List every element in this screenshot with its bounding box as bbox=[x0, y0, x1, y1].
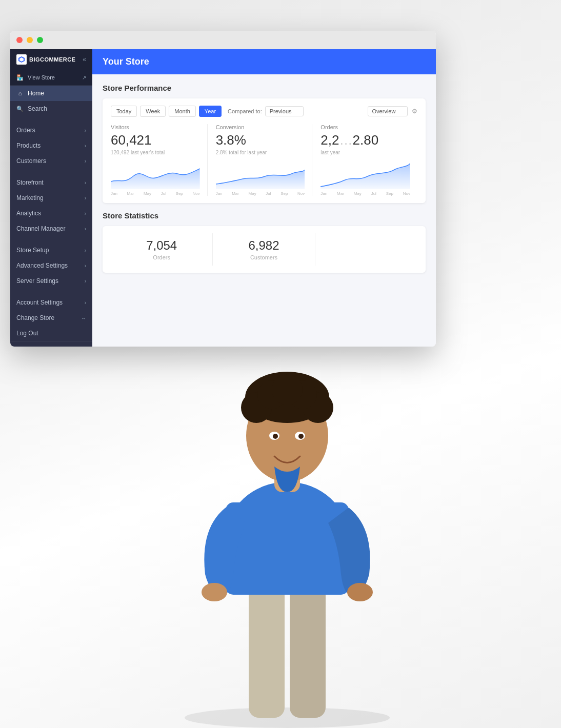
storefront-arrow-icon: › bbox=[85, 180, 86, 186]
browser-chrome bbox=[10, 31, 436, 49]
server-settings-label: Server Settings bbox=[16, 277, 58, 285]
conversion-sub: 2.8% total for last year bbox=[216, 150, 305, 155]
analytics-label: Analytics bbox=[16, 210, 41, 217]
overview-select-wrapper: Overview ⚙ bbox=[368, 106, 417, 116]
products-arrow-icon: › bbox=[85, 143, 86, 149]
sidebar-item-orders[interactable]: Orders › bbox=[10, 123, 92, 138]
account-settings-label: Account Settings bbox=[16, 299, 63, 306]
channel-manager-arrow-icon: › bbox=[85, 226, 86, 232]
stat-orders: 7,054 Orders bbox=[111, 233, 213, 266]
compared-to-label: Compared to: bbox=[228, 108, 262, 114]
products-label: Products bbox=[16, 142, 41, 149]
visitors-chart bbox=[111, 158, 200, 189]
sidebar-item-change-store[interactable]: Change Store ↔ bbox=[10, 310, 92, 326]
help-label[interactable]: Help bbox=[16, 346, 86, 347]
metric-visitors: Visitors 60,421 120,492 last year's tota… bbox=[111, 124, 208, 196]
svg-point-19 bbox=[298, 434, 304, 439]
marketing-label: Marketing bbox=[16, 194, 44, 201]
stat-customers: 6,982 Customers bbox=[213, 233, 315, 266]
browser-dot-red[interactable] bbox=[16, 37, 23, 43]
page-title: Your Store bbox=[103, 56, 426, 67]
person-image bbox=[144, 308, 431, 728]
settings-icon[interactable]: ⚙ bbox=[412, 108, 417, 115]
sidebar-collapse-button[interactable]: « bbox=[83, 56, 86, 63]
sidebar-item-marketing[interactable]: Marketing › bbox=[10, 190, 92, 206]
logo-area: BIGCOMMERCE bbox=[16, 54, 75, 65]
svg-point-20 bbox=[202, 583, 227, 601]
svg-point-2 bbox=[185, 707, 390, 728]
advanced-settings-arrow-icon: › bbox=[85, 263, 86, 269]
stat-third bbox=[315, 233, 417, 266]
orders-value: 2,2…2.80 bbox=[320, 132, 410, 148]
statistics-card: 7,054 Orders 6,982 Customers bbox=[103, 226, 426, 273]
orders-chart bbox=[320, 158, 410, 189]
home-label: Home bbox=[28, 90, 44, 97]
metric-orders: Orders 2,2…2.80 last year bbox=[320, 124, 417, 196]
filter-week[interactable]: Week bbox=[140, 106, 166, 117]
stat-orders-label: Orders bbox=[111, 254, 212, 260]
sidebar-item-log-out[interactable]: Log Out bbox=[10, 326, 92, 341]
orders-label: Orders bbox=[320, 124, 410, 130]
external-link-icon: ↗ bbox=[82, 75, 86, 80]
filter-today[interactable]: Today bbox=[111, 106, 137, 117]
svg-rect-7 bbox=[226, 502, 349, 595]
orders-value2: 2.80 bbox=[352, 132, 378, 148]
performance-card: Today Week Month Year Compared to: Previ… bbox=[103, 98, 426, 203]
account-settings-arrow-icon: › bbox=[85, 300, 86, 306]
sidebar-header: BIGCOMMERCE « bbox=[10, 49, 92, 70]
browser-dot-yellow[interactable] bbox=[27, 37, 33, 43]
stats-row: 7,054 Orders 6,982 Customers bbox=[111, 233, 417, 266]
filter-year[interactable]: Year bbox=[199, 106, 222, 117]
customers-label: Customers bbox=[16, 157, 46, 165]
conversion-label: Conversion bbox=[216, 124, 305, 130]
sidebar-item-home[interactable]: ⌂ Home bbox=[10, 86, 92, 101]
stat-customers-value: 6,982 bbox=[213, 238, 314, 253]
metrics-row: Visitors 60,421 120,492 last year's tota… bbox=[111, 124, 417, 196]
statistics-section-title: Store Statistics bbox=[103, 211, 426, 220]
home-icon: ⌂ bbox=[16, 90, 24, 97]
sidebar-item-storefront[interactable]: Storefront › bbox=[10, 175, 92, 190]
stat-orders-value: 7,054 bbox=[111, 238, 212, 253]
svg-point-17 bbox=[273, 434, 278, 439]
main-content: Your Store Store Performance Today Week … bbox=[92, 49, 436, 347]
change-store-label: Change Store bbox=[16, 314, 54, 321]
svg-rect-3 bbox=[249, 584, 285, 718]
sidebar-item-products[interactable]: Products › bbox=[10, 138, 92, 153]
bigcommerce-logo-icon bbox=[16, 54, 27, 65]
log-out-label: Log Out bbox=[16, 330, 38, 337]
conversion-value: 3.8% bbox=[216, 132, 305, 148]
view-store-link[interactable]: 🏪 View Store ↗ bbox=[10, 70, 92, 86]
marketing-arrow-icon: › bbox=[85, 195, 86, 201]
filter-month[interactable]: Month bbox=[169, 106, 196, 117]
conversion-chart-axis: Jan Mar May Jul Sep Nov bbox=[216, 191, 305, 196]
sidebar-item-channel-manager[interactable]: Channel Manager › bbox=[10, 221, 92, 236]
browser-window: BIGCOMMERCE « 🏪 View Store ↗ ⌂ Home 🔍 Se… bbox=[10, 31, 436, 347]
customers-arrow-icon: › bbox=[85, 158, 86, 164]
metric-conversion: Conversion 3.8% 2.8% total for last year bbox=[216, 124, 313, 196]
visitors-sub: 120,492 last year's total bbox=[111, 150, 200, 155]
content-area: Store Performance Today Week Month Year … bbox=[92, 74, 436, 282]
orders-chart-axis: Jan Mar May Jul Sep Nov bbox=[320, 191, 410, 196]
sidebar-item-customers[interactable]: Customers › bbox=[10, 153, 92, 169]
sidebar-item-search[interactable]: 🔍 Search bbox=[10, 101, 92, 116]
page-header: Your Store bbox=[92, 49, 436, 74]
sidebar: BIGCOMMERCE « 🏪 View Store ↗ ⌂ Home 🔍 Se… bbox=[10, 49, 92, 347]
app-layout: BIGCOMMERCE « 🏪 View Store ↗ ⌂ Home 🔍 Se… bbox=[10, 49, 436, 347]
sidebar-item-account-settings[interactable]: Account Settings › bbox=[10, 295, 92, 310]
svg-point-21 bbox=[347, 583, 373, 601]
sidebar-item-analytics[interactable]: Analytics › bbox=[10, 206, 92, 221]
compared-to-select[interactable]: Previous bbox=[265, 106, 304, 116]
change-store-icon: ↔ bbox=[81, 315, 86, 321]
svg-point-15 bbox=[272, 374, 303, 405]
browser-dot-green[interactable] bbox=[37, 37, 43, 43]
sidebar-item-server-settings[interactable]: Server Settings › bbox=[10, 273, 92, 289]
sidebar-item-advanced-settings[interactable]: Advanced Settings › bbox=[10, 258, 92, 273]
storefront-label: Storefront bbox=[16, 179, 44, 186]
view-store-label: View Store bbox=[28, 74, 55, 80]
overview-select[interactable]: Overview bbox=[368, 106, 408, 116]
store-icon: 🏪 bbox=[16, 74, 24, 81]
orders-arrow-icon: › bbox=[85, 128, 86, 133]
analytics-arrow-icon: › bbox=[85, 211, 86, 216]
store-setup-label: Store Setup bbox=[16, 247, 49, 254]
sidebar-item-store-setup[interactable]: Store Setup › bbox=[10, 242, 92, 258]
